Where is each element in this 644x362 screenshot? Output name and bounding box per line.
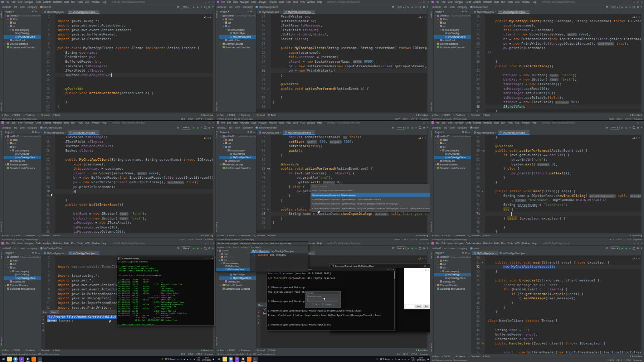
code-line[interactable]: 14 PrintWriter pw; [257,14,427,19]
close-tab-icon[interactable]: × [96,252,97,254]
tab-mychatappclient[interactable]: CMyChatAppClient.java× [283,130,314,135]
toolbar-todo[interactable]: ≡TODO [442,234,450,237]
favorites-strip-label[interactable]: Favorites [430,222,433,232]
tree-item-.idea[interactable]: ▸.idea [4,138,41,142]
tree-item-.idea[interactable]: ▸.idea [434,18,471,21]
tab-mychatappclient[interactable]: CMyChatAppClient.java× [68,10,99,14]
code-line[interactable]: 38↑@ public void actionPerformed(ActionE… [257,166,427,171]
rerun-icon[interactable]: ↻ [258,308,259,310]
code-line[interactable]: 51 input = new BufferedReader(new InputS… [471,350,641,354]
hammer-build-icon[interactable]: ⚒ [177,247,179,250]
breadcrumb-member[interactable]: mMyChatAppClient [40,126,62,129]
code-line[interactable]: 7import java.io.PrintWriter; [41,37,213,42]
run-config-select[interactable]: Main▾ [181,126,191,130]
run-icon[interactable]: ▶ [408,126,409,129]
code-line[interactable]: 33 setVisible(true); [257,144,427,149]
notifications-icon[interactable]: ▣ [427,358,429,360]
debug-icon[interactable]: ◉ [196,126,199,129]
status-4-spaces[interactable]: 4 spaces [420,353,428,355]
menu-window[interactable]: Window [91,242,100,245]
menu-navigate[interactable]: Navigate [24,1,34,3]
code-line[interactable]: 32 setSize( width: 550, height: 300); [257,140,427,144]
tree-item-mychatapp[interactable]: CMyChatApp [219,152,256,156]
code-line[interactable]: 15 BufferedReader br; [257,19,427,24]
cmd-titlebar[interactable]: CCommand Prompt–□× [117,256,214,260]
project-strip-label[interactable]: Project [430,11,433,18]
taskbar-intellij-idea-icon[interactable] [31,357,36,361]
toolbar-run[interactable]: ▶Run [218,234,224,237]
code-line[interactable]: 51 [257,225,427,230]
close-tab-icon[interactable]: × [57,311,58,313]
code-line[interactable]: 22 super(username); [257,50,427,55]
search-icon[interactable] [633,126,635,129]
close-icon[interactable]: × [641,1,643,3]
menu-tools[interactable]: Tools [292,1,298,3]
menu-file[interactable]: File [435,242,440,245]
debug-icon[interactable]: ◉ [411,6,413,8]
close-icon[interactable]: × [213,242,214,245]
code-line[interactable]: 63 System.exit( status: 0); [471,162,641,167]
breadcrumb-member[interactable]: mmain [470,247,479,250]
code-line[interactable]: 39 c.sendMessage(user,message); [471,296,641,301]
tab-mychatappclient[interactable]: CMyChatAppClient.java× [498,130,529,135]
code-line[interactable]: 43 [471,314,641,319]
clock[interactable]: 19:0727/06/2021 [202,357,211,361]
menu-analyze[interactable]: Analyze [43,121,51,124]
run-icon[interactable]: ▶ [193,6,195,8]
close-tab-icon[interactable]: × [280,11,281,13]
close-tab-icon[interactable]: × [96,131,97,134]
tree-item-com.company[interactable]: ▾com.company [4,269,41,273]
code-line[interactable]: 33} [257,100,427,105]
clear-icon[interactable]: ⊘ [258,322,259,324]
tab-mychatappclient[interactable]: CMyChatAppClient.java× [498,10,529,14]
taskbar-github-desktop-icon[interactable] [241,357,245,361]
event-log-button[interactable]: Event Log [416,349,428,351]
tree-item-untitled2.iml[interactable]: untitled2.iml [434,280,471,284]
taskbar-intellij-idea-icon[interactable] [247,357,252,361]
close-tab-icon[interactable]: × [65,252,66,254]
menu-run[interactable]: Run [501,242,506,245]
stop-icon[interactable]: ■ [200,126,202,129]
toolbar-terminal[interactable]: >_Terminal [468,234,480,237]
tree-item-external libraries[interactable]: ▸External Libraries [434,163,471,166]
code-line[interactable]: 75 } catch (Exception exception) { [471,216,641,221]
code-line[interactable]: 16 JTextArea taMessages; [257,23,427,28]
project-strip-label[interactable]: Project [430,131,433,139]
debug-icon[interactable]: ◉ [625,6,627,8]
stop-icon[interactable]: ■ [258,312,259,314]
menu-tools[interactable]: Tools [292,121,298,124]
code-line[interactable]: 3import javax.swing.*; [41,19,213,24]
code-line[interactable]: 30 } [471,59,641,64]
tree-item-.idea[interactable]: ▸.idea [4,18,41,21]
close-tab-icon[interactable]: × [65,11,66,13]
search-icon[interactable] [204,6,206,8]
tree-settings-icon[interactable]: ⚙ [35,251,37,254]
code-line[interactable]: 34 pack(); [257,149,427,153]
override-gutter-icon[interactable]: ↑ [52,92,54,95]
collapse-all-icon[interactable]: ⊟ [32,131,34,134]
settings-gear-icon[interactable]: ⚙ [637,6,639,8]
code-line[interactable]: 29 [471,55,641,59]
breadcrumb-item[interactable]: com [20,126,25,129]
tree-item-out[interactable]: ▸out [4,21,41,25]
code-line[interactable]: 16 [41,77,213,82]
menu-run[interactable]: Run [71,242,76,245]
toolbar-terminal[interactable]: >_Terminal [468,114,480,116]
taskbar-chrome-icon[interactable] [229,357,233,361]
tree-item-external libraries[interactable]: ▸External Libraries [219,42,256,45]
breadcrumb-member[interactable]: mbuildInterface [470,6,488,8]
menu-refactor[interactable]: Refactor [53,1,62,3]
close-icon[interactable]: × [213,121,214,124]
tree-item-external libraries[interactable]: ▸External Libraries [4,42,41,45]
menu-vcs[interactable]: VCS [514,1,520,3]
code-line[interactable]: 48 PrintWriter output; [471,337,641,342]
code-line[interactable]: 27 pw = new PrintWriter(client.getOutput… [41,180,213,185]
status-crlf[interactable]: CRLF [616,238,622,241]
next-error-icon[interactable]: ∨ [424,136,426,140]
code-line[interactable]: 30 [471,256,641,260]
tree-item-untitled2.iml[interactable]: untitled2.iml [219,280,256,284]
toolbar-run[interactable]: ▶Run [432,114,439,116]
menu-window[interactable]: Window [521,242,530,245]
tree-item-mychatappclient[interactable]: CMyChatAppClient [434,35,471,39]
override-gutter-icon[interactable]: ↑ [481,150,483,152]
